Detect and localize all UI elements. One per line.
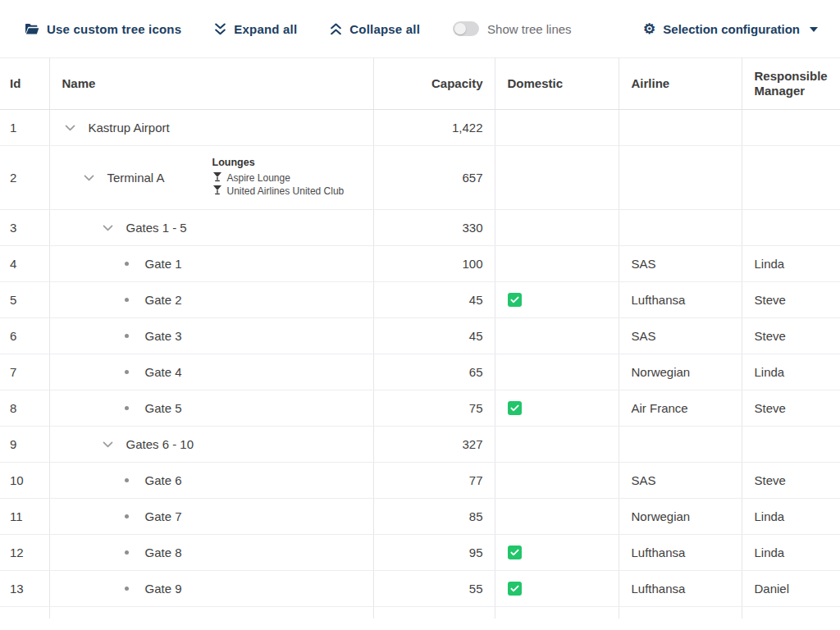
leaf-bullet-icon xyxy=(119,550,135,555)
table-row[interactable]: 13Gate 955LufthansaDaniel xyxy=(0,571,840,607)
cell-capacity: 330 xyxy=(373,210,495,246)
table-row[interactable]: 3Gates 1 - 5330 xyxy=(0,210,840,246)
row-expand-chevron-down-icon[interactable] xyxy=(100,225,116,231)
cell-airline: SAS xyxy=(619,246,742,282)
martini-glass-icon xyxy=(212,171,222,185)
lounges-block: LoungesAspire LoungeUnited Airlines Unit… xyxy=(212,157,345,198)
selection-configuration-dropdown[interactable]: ⚙ Selection configuration xyxy=(643,22,818,36)
cell-name: Gate 7 xyxy=(49,499,373,535)
leaf-bullet-icon xyxy=(119,587,135,591)
cell-airline: Lufthansa xyxy=(619,282,742,318)
double-chevron-up-icon xyxy=(330,22,342,36)
header-capacity[interactable]: Capacity xyxy=(373,58,495,110)
table-row[interactable]: 4Gate 1100SASLinda xyxy=(0,246,840,282)
cell-manager xyxy=(742,110,840,146)
cell-id: 13 xyxy=(0,571,49,607)
cell-manager: Steve xyxy=(742,282,840,318)
cell-capacity: 65 xyxy=(373,354,495,390)
table-row[interactable]: 2Terminal ALoungesAspire LoungeUnited Ai… xyxy=(0,146,840,210)
cell-capacity: 75 xyxy=(373,390,495,427)
cell-id: 5 xyxy=(0,282,49,318)
cell-domestic xyxy=(495,463,619,499)
cell-capacity: 1,422 xyxy=(373,110,495,146)
row-expand-chevron-down-icon[interactable] xyxy=(100,441,116,448)
lounge-item-label: Aspire Lounge xyxy=(227,172,290,184)
cell-id: 10 xyxy=(0,463,49,499)
folder-open-icon xyxy=(25,22,39,35)
cell-manager xyxy=(742,427,840,463)
row-expand-chevron-down-icon[interactable] xyxy=(81,175,98,181)
table-row[interactable]: 9Gates 6 - 10327 xyxy=(0,427,840,463)
table-row[interactable]: 11Gate 785NorwegianLinda xyxy=(0,499,840,535)
expand-all-button[interactable]: Expand all xyxy=(214,22,297,36)
cell-domestic xyxy=(495,282,619,318)
table-row[interactable]: 10Gate 677SASSteve xyxy=(0,463,840,499)
cell-domestic xyxy=(495,210,619,246)
cell-id: 2 xyxy=(0,146,49,210)
row-name-label: Gate 8 xyxy=(145,546,182,559)
leaf-bullet-icon xyxy=(119,478,135,482)
table-row[interactable]: 1Kastrup Airport1,422 xyxy=(0,110,840,146)
cell-manager: Steve xyxy=(742,463,840,499)
cell-airline xyxy=(619,210,742,246)
domestic-checkbox-checked[interactable] xyxy=(508,401,522,415)
cell-domestic xyxy=(495,571,619,607)
row-name-label: Gate 4 xyxy=(145,365,182,379)
row-name-label: Gate 9 xyxy=(145,582,182,596)
domestic-checkbox-checked[interactable] xyxy=(508,546,522,559)
collapse-all-label: Collapse all xyxy=(349,22,420,36)
tree-grid: Id Name Capacity Domestic Airline Respon… xyxy=(0,57,840,619)
cell-manager: Steve xyxy=(742,318,840,354)
martini-glass-icon xyxy=(212,185,222,198)
leaf-bullet-icon xyxy=(119,262,135,266)
cell-name: Gate 2 xyxy=(49,282,373,318)
cell-domestic xyxy=(495,246,619,282)
row-expand-chevron-down-icon[interactable] xyxy=(62,125,79,131)
show-tree-lines-toggle-group: Show tree lines xyxy=(453,21,572,36)
cell-name: Gate 9 xyxy=(49,571,373,607)
cell-id: 1 xyxy=(0,110,49,146)
show-tree-lines-switch[interactable] xyxy=(453,21,479,36)
collapse-all-button[interactable]: Collapse all xyxy=(330,22,420,36)
row-name-label: Gates 1 - 5 xyxy=(126,221,187,235)
cell-airline xyxy=(619,110,742,146)
cell-name: Kastrup Airport xyxy=(49,110,373,146)
cell-id: 4 xyxy=(0,246,49,282)
header-domestic[interactable]: Domestic xyxy=(495,58,619,110)
cell-name: Gate 1 xyxy=(49,246,373,282)
table-row[interactable]: 8Gate 575Air FranceSteve xyxy=(0,390,840,427)
header-airline[interactable]: Airline xyxy=(619,58,742,110)
table-row[interactable]: 5Gate 245LufthansaSteve xyxy=(0,282,840,318)
cell-airline: Norwegian xyxy=(619,354,742,390)
header-responsible-manager[interactable]: Responsible Manager xyxy=(742,58,840,110)
cell-manager: Linda xyxy=(742,535,840,571)
cell-capacity: 45 xyxy=(373,282,495,318)
leaf-bullet-icon xyxy=(119,406,135,410)
lounge-item: Aspire Lounge xyxy=(212,171,345,185)
row-name-label: Terminal A xyxy=(107,171,165,185)
row-name-label: Gate 1 xyxy=(145,257,182,271)
use-custom-tree-icons-button[interactable]: Use custom tree icons xyxy=(25,22,181,36)
cell-airline: Lufthansa xyxy=(619,571,742,607)
row-name-label: Gate 7 xyxy=(145,509,182,523)
header-name[interactable]: Name xyxy=(49,58,373,110)
domestic-checkbox-checked[interactable] xyxy=(508,293,522,307)
table-row[interactable]: 6Gate 345SASSteve xyxy=(0,318,840,354)
cell-id: 3 xyxy=(0,210,49,246)
domestic-checkbox-checked[interactable] xyxy=(508,582,522,596)
empty-cell xyxy=(619,607,742,619)
cell-id: 6 xyxy=(0,318,49,354)
cell-domestic xyxy=(495,499,619,535)
cell-capacity: 657 xyxy=(373,146,495,210)
toolbar: Use custom tree icons Expand all Collaps… xyxy=(0,0,840,57)
grid-body: 1Kastrup Airport1,4222Terminal ALoungesA… xyxy=(0,110,840,619)
cell-manager: Linda xyxy=(742,354,840,390)
header-id[interactable]: Id xyxy=(0,58,49,110)
cell-id: 7 xyxy=(0,354,49,390)
cell-domestic xyxy=(495,535,619,571)
leaf-bullet-icon xyxy=(119,514,135,518)
cell-id: 9 xyxy=(0,427,49,463)
table-row[interactable]: 12Gate 895LufthansaLinda xyxy=(0,535,840,571)
table-row[interactable]: 7Gate 465NorwegianLinda xyxy=(0,354,840,390)
cell-capacity: 85 xyxy=(373,499,495,535)
